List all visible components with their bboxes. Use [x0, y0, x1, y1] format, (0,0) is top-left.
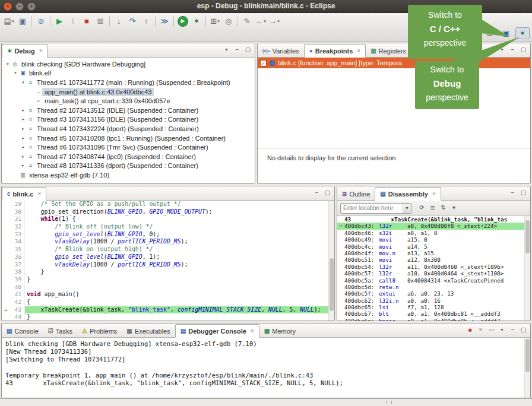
code-text[interactable]: /* Blink on (output high) */ — [25, 246, 328, 253]
terminate-console-button[interactable]: ■ — [466, 326, 474, 335]
expand-toggle-icon[interactable]: ▾ — [20, 80, 27, 85]
code-text[interactable]: } — [25, 268, 328, 276]
disasm-line[interactable]: 400dbc5f:extuia6, a0, 23, 13 — [337, 290, 524, 297]
minimize-button[interactable]: − — [312, 189, 321, 198]
code-text[interactable]: void app_main() — [25, 291, 328, 299]
suspend-button[interactable]: ‖ — [66, 15, 80, 28]
gutter-marker[interactable] — [2, 253, 10, 261]
cpp-perspective-button[interactable]: ▣ — [499, 27, 514, 39]
view-menu-button[interactable]: ▼ — [498, 46, 506, 55]
disasm-line[interactable]: 400dbc46:s32ia8, a1, 0 — [337, 230, 524, 236]
tree-row[interactable]: ▸≡Thread #5 1073410208 (ipc1 : Running) … — [2, 134, 255, 143]
tab-blink-c[interactable]: cblink.c× — [2, 187, 46, 201]
tree-row[interactable]: ▸≡Thread #2 1073413512 (IDLE) (Suspended… — [2, 106, 255, 115]
tree-row[interactable]: ▾≡Thread #1 1073411772 (main : Running) … — [2, 78, 255, 87]
tab-tasks[interactable]: ☑Tasks — [43, 324, 77, 338]
disasm-line[interactable]: 400dbc4c:movia14, 5 — [337, 243, 524, 250]
console-output[interactable]: blink checking [GDB Hardware Debugging] … — [2, 338, 524, 398]
minimize-button[interactable]: − — [508, 189, 517, 198]
tab-problems[interactable]: ⚠Problems — [77, 324, 122, 338]
tree-row[interactable]: ▾▣blink.elf — [2, 69, 255, 78]
step-over-button[interactable]: ↷ — [126, 15, 139, 28]
expand-toggle-icon[interactable]: ▸ — [20, 136, 27, 141]
console-scroll-thumb[interactable] — [525, 339, 530, 372]
gutter-marker[interactable] — [2, 313, 10, 321]
code-text[interactable]: gpio_set_level(BLINK_GPIO, 0); — [25, 231, 328, 239]
tab-registers[interactable]: ▥Registers — [366, 44, 411, 58]
disasm-line[interactable]: 400dbc62:l32i.na0, a0, 16 — [337, 297, 524, 304]
window-maximize-button[interactable]: + — [27, 2, 36, 11]
tab-console[interactable]: ▤Console — [2, 324, 43, 338]
disasm-line[interactable]: 400dbc5a:call80x40084314 <xTaskCreatePin… — [337, 277, 524, 284]
tab-debugger-console[interactable]: ▤Debugger Console× — [175, 324, 259, 338]
disasm-line[interactable]: 400dbc65:lsif7, a1, 128 — [337, 304, 524, 310]
tab-close-icon[interactable]: × — [39, 47, 43, 54]
disasm-scrollbar[interactable] — [524, 216, 530, 321]
gutter-marker[interactable] — [2, 208, 10, 216]
maximize-button[interactable]: ▢ — [519, 326, 528, 335]
maximize-button[interactable]: ▢ — [519, 189, 528, 198]
sash-grip[interactable] — [386, 401, 392, 404]
instruction-stepping-button[interactable]: ≫ — [158, 15, 171, 28]
gutter-marker[interactable] — [2, 238, 10, 246]
gutter-marker[interactable] — [2, 201, 10, 208]
gutter-marker[interactable] — [2, 215, 10, 223]
code-text[interactable]: vTaskDelay(1000 / portTICK_PERIOD_MS); — [25, 261, 328, 269]
tree-row[interactable]: ▾◎blink checking [GDB Hardware Debugging… — [2, 59, 255, 69]
code-text[interactable]: gpio_set_direction(BLINK_GPIO, GPIO_MODE… — [25, 208, 328, 216]
tab-variables[interactable]: (x)=Variables — [258, 44, 304, 58]
expand-toggle-icon[interactable]: ▸ — [20, 154, 27, 159]
editor-scroll-thumb[interactable] — [330, 258, 334, 311]
gutter-marker[interactable] — [2, 268, 10, 276]
search-button[interactable]: ◎ — [222, 15, 235, 28]
new-project-button[interactable]: ⊞▾ — [208, 15, 221, 28]
gutter-marker[interactable] — [2, 299, 10, 306]
back-button[interactable]: ←▾ — [254, 15, 267, 28]
code-text[interactable]: /* Set the GPIO as a push/pull output */ — [25, 201, 328, 208]
code-text[interactable]: xTaskCreate(&blink_task, "blink_task", c… — [25, 306, 328, 314]
tab-close-icon[interactable]: × — [432, 191, 436, 197]
disasm-line[interactable]: 400dbc4f:mov.na13, a15 — [337, 250, 524, 256]
step-return-button[interactable]: ↑ — [140, 15, 153, 28]
tree-row[interactable]: ▥xtensa-esp32-elf-gdb (7.10) — [2, 170, 255, 180]
expand-toggle-icon[interactable]: ▸ — [20, 117, 27, 122]
disasm-line[interactable]: 400dbc5d:retw.n — [337, 284, 524, 290]
maximize-button[interactable]: ▢ — [323, 189, 332, 198]
tree-row[interactable]: →app_main() at blink.c:43 0x400dbc43 — [2, 87, 255, 97]
debug-perspective-button[interactable]: ✶ — [515, 27, 530, 39]
editor-lines[interactable]: 29 /* Set the GPIO as a push/pull output… — [2, 201, 328, 321]
breakpoint-checkbox[interactable]: ✓ — [260, 60, 267, 66]
refresh-button[interactable]: ⟳ — [417, 204, 426, 212]
expand-toggle-icon[interactable]: ▾ — [12, 71, 19, 75]
minimize-button[interactable]: − — [508, 326, 517, 335]
tab-memory[interactable]: ▩Memory — [259, 324, 300, 338]
skip-all-breakpoints-button[interactable]: ⊘ — [34, 15, 48, 28]
location-input[interactable] — [341, 204, 403, 213]
tab-close-icon[interactable]: × — [37, 191, 41, 197]
combo-arrow-icon[interactable]: ▼ — [403, 204, 411, 213]
gutter-marker[interactable] — [2, 291, 10, 299]
code-text[interactable]: } — [25, 276, 328, 284]
maximize-button[interactable]: ▢ — [243, 46, 252, 55]
gutter-marker[interactable] — [2, 276, 10, 284]
run-button[interactable]: ▶ — [178, 16, 188, 27]
gutter-marker[interactable] — [2, 284, 10, 291]
tree-row[interactable]: ▸≡Thread #4 1073432224 (dport) (Suspende… — [2, 124, 255, 134]
tab-debug[interactable]: ✶Debug× — [2, 44, 48, 58]
forward-button[interactable]: →▾ — [268, 15, 281, 28]
editor-scrollbar[interactable] — [328, 201, 334, 321]
expand-toggle-icon[interactable]: ▸ — [20, 145, 27, 150]
gutter-marker[interactable] — [2, 231, 10, 239]
expand-toggle-icon[interactable]: ▸ — [20, 163, 27, 168]
tab-outline[interactable]: ≣Outline — [337, 187, 375, 201]
disasm-line[interactable]: →400dbc43:l32ra8, 0x400d00f8 <_stext+224… — [337, 223, 524, 229]
step-into-button[interactable]: ↓ — [112, 15, 125, 28]
sync-with-pc-button[interactable]: ⇅ — [439, 204, 448, 212]
expand-toggle-icon[interactable]: ▾ — [4, 62, 11, 66]
minimize-button[interactable]: − — [233, 46, 242, 55]
breakpoint-row[interactable]: ✓blink.c [function: app_main] [type: Tem… — [258, 58, 530, 68]
code-text[interactable]: while(1) { — [25, 215, 328, 223]
tree-row[interactable]: ▸≡Thread #7 1073408744 (ipc0) (Suspended… — [2, 152, 255, 161]
tree-row[interactable]: ▸≡Thread #3 1073413156 (IDLE) (Suspended… — [2, 115, 255, 125]
gutter-marker[interactable] — [2, 261, 10, 269]
